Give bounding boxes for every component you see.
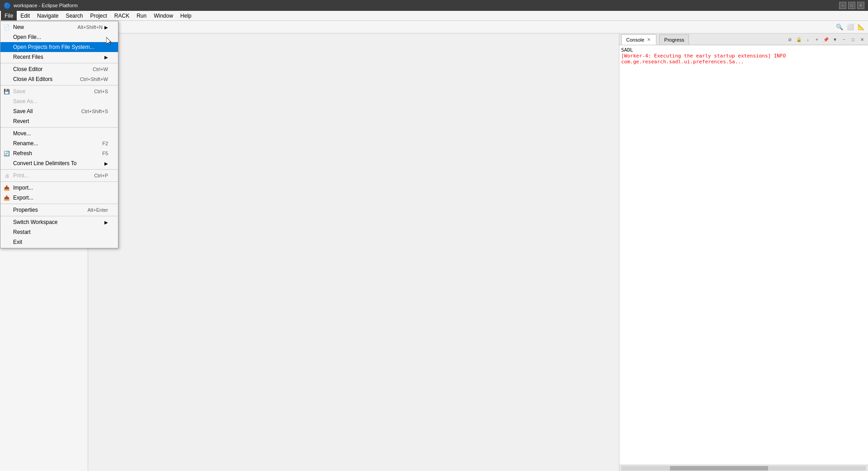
menu-bar: File Edit Navigate Search Project RACK R… <box>0 11 868 21</box>
console-clear-button[interactable]: ⊘ <box>786 36 794 44</box>
tab-console[interactable]: Console ✕ <box>621 34 656 45</box>
console-content: SADL [Worker-4: Executing the early star… <box>619 45 868 465</box>
menu-exit[interactable]: Exit <box>0 237 118 247</box>
menu-help[interactable]: Help <box>177 11 195 20</box>
menu-export[interactable]: 📤 Export... <box>0 193 118 203</box>
menu-separator-6 <box>0 204 118 204</box>
maximize-button[interactable]: □ <box>848 2 855 9</box>
menu-close-all-editors[interactable]: Close All Editors Ctrl+Shift+W <box>0 74 118 84</box>
console-new[interactable]: + <box>813 36 821 44</box>
menu-recent-files[interactable]: Recent Files ▶ <box>0 52 118 62</box>
right-panel: Console ✕ Progress ⊘ 🔒 ↓ + 📌 ▼ − □ ✕ SAD… <box>619 33 868 471</box>
menu-refresh[interactable]: 🔄 Refresh F5 <box>0 148 118 158</box>
panel-minimize[interactable]: − <box>840 36 848 44</box>
title-bar-controls[interactable]: − □ × <box>839 2 864 9</box>
panel-maximize[interactable]: □ <box>849 36 857 44</box>
menu-rack[interactable]: RACK <box>111 11 133 20</box>
progress-tab-label: Progress <box>664 37 684 43</box>
console-options[interactable]: ▼ <box>831 36 839 44</box>
menu-close-editor[interactable]: Close Editor Ctrl+W <box>0 64 118 74</box>
menu-new[interactable]: 📄 New Alt+Shift+N ▶ <box>0 22 118 32</box>
title-bar-left: 🔵 workspace - Eclipse Platform <box>4 2 78 9</box>
window-title: workspace - Eclipse Platform <box>14 3 78 8</box>
save-icon: 💾 <box>3 88 10 95</box>
menu-window[interactable]: Window <box>150 11 177 20</box>
menu-navigate[interactable]: Navigate <box>33 11 62 20</box>
console-tab-label: Console <box>626 37 644 43</box>
console-line-1: SADL <box>621 47 866 53</box>
print-icon: 🖨 <box>3 172 10 179</box>
menu-separator-5 <box>0 181 118 182</box>
main-layout: Console ✕ Progress ⊘ 🔒 ↓ + 📌 ▼ − □ ✕ SAD… <box>0 33 868 471</box>
console-scroll-end[interactable]: ↓ <box>804 36 812 44</box>
minimize-button[interactable]: − <box>839 2 846 9</box>
import-icon: 📥 <box>3 184 10 191</box>
refresh-icon: 🔄 <box>3 150 10 157</box>
panel-tab-icons: ⊘ 🔒 ↓ + 📌 ▼ − □ ✕ <box>786 34 868 45</box>
bottom-scrollbar[interactable] <box>619 465 868 471</box>
menu-save-all[interactable]: Save All Ctrl+Shift+S <box>0 106 118 116</box>
toolbar: ◀ ▶ ▶ ▼ 🐛 ▼ ◼ ▼ ⚙ 🔍 ⬜ 📐 <box>0 21 868 33</box>
scroll-thumb[interactable] <box>670 466 768 471</box>
console-line-2: [Worker-4: Executing the early startup e… <box>621 53 866 65</box>
title-bar: 🔵 workspace - Eclipse Platform − □ × <box>0 0 868 11</box>
panel-tab-bar: Console ✕ Progress ⊘ 🔒 ↓ + 📌 ▼ − □ ✕ <box>619 33 868 45</box>
panel-close[interactable]: ✕ <box>858 36 866 44</box>
editor-area <box>88 33 619 471</box>
menu-save-as: Save As... <box>0 96 118 106</box>
menu-project[interactable]: Project <box>86 11 110 20</box>
menu-convert-line[interactable]: Convert Line Delimiters To ▶ <box>0 158 118 168</box>
tab-progress[interactable]: Progress <box>659 34 689 45</box>
menu-file[interactable]: File <box>1 11 17 20</box>
menu-restart[interactable]: Restart <box>0 227 118 237</box>
menu-switch-workspace[interactable]: Switch Workspace ▶ <box>0 217 118 227</box>
menu-import[interactable]: 📥 Import... <box>0 183 118 193</box>
close-button[interactable]: × <box>857 2 864 9</box>
menu-separator-3 <box>0 127 118 128</box>
menu-separator-4 <box>0 169 118 170</box>
menu-separator-1 <box>0 63 118 63</box>
console-scroll-lock[interactable]: 🔒 <box>795 36 803 44</box>
menu-edit[interactable]: Edit <box>17 11 33 20</box>
export-icon: 📤 <box>3 194 10 201</box>
menu-separator-2 <box>0 85 118 86</box>
search-button[interactable]: 🔍 <box>835 22 844 32</box>
menu-save: 💾 Save Ctrl+S <box>0 86 118 96</box>
perspective-btn[interactable]: 📐 <box>856 22 866 32</box>
menu-rename[interactable]: Rename... F2 <box>0 138 118 148</box>
menu-search[interactable]: Search <box>62 11 86 20</box>
menu-open-file[interactable]: Open File... <box>0 32 118 42</box>
menu-separator-7 <box>0 216 118 216</box>
menu-revert[interactable]: Revert <box>0 116 118 126</box>
menu-open-projects[interactable]: Open Projects from File System... <box>0 42 118 52</box>
menu-print: 🖨 Print... Ctrl+P <box>0 171 118 181</box>
new-icon: 📄 <box>3 24 10 31</box>
console-tab-close[interactable]: ✕ <box>646 37 651 42</box>
app-icon: 🔵 <box>4 2 11 9</box>
menu-run[interactable]: Run <box>133 11 150 20</box>
menu-move[interactable]: Move... <box>0 128 118 138</box>
maximize-pane[interactable]: ⬜ <box>845 22 855 32</box>
menu-properties[interactable]: Properties Alt+Enter <box>0 205 118 215</box>
scroll-track[interactable] <box>621 466 866 471</box>
file-menu-dropdown: 📄 New Alt+Shift+N ▶ Open File... Open Pr… <box>0 21 118 248</box>
console-pin[interactable]: 📌 <box>822 36 830 44</box>
